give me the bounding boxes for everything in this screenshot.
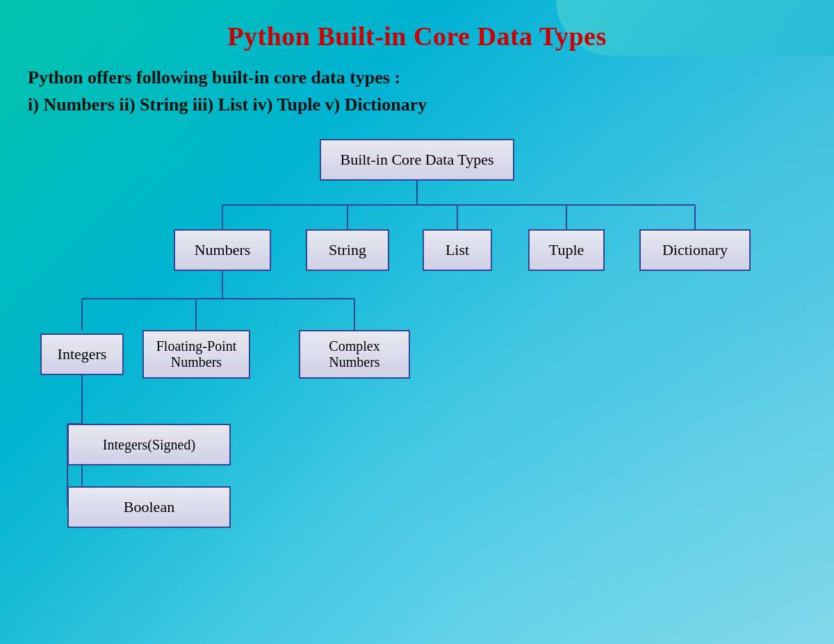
numbers-node: Numbers	[174, 229, 271, 271]
integers-node: Integers	[40, 333, 124, 375]
dictionary-node: Dictionary	[639, 229, 751, 271]
string-node: String	[306, 229, 389, 271]
slide-container: Python Built-in Core Data Types Python o…	[0, 0, 834, 556]
boolean-node: Boolean	[67, 486, 231, 528]
list-node: List	[423, 229, 492, 271]
intro-line1: Python offers following built-in core da…	[28, 64, 806, 91]
integers-signed-node: Integers(Signed)	[67, 424, 231, 465]
tree-diagram: Built-in Core Data Types Numbers String …	[28, 139, 806, 542]
root-node: Built-in Core Data Types	[320, 139, 514, 181]
tuple-node: Tuple	[528, 229, 605, 271]
intro-text: Python offers following built-in core da…	[28, 64, 806, 118]
complex-numbers-node: ComplexNumbers	[299, 330, 410, 379]
slide-title: Python Built-in Core Data Types	[28, 21, 806, 51]
floating-point-node: Floating-PointNumbers	[142, 330, 250, 379]
intro-line2: i) Numbers ii) String iii) List iv) Tupl…	[28, 91, 806, 118]
